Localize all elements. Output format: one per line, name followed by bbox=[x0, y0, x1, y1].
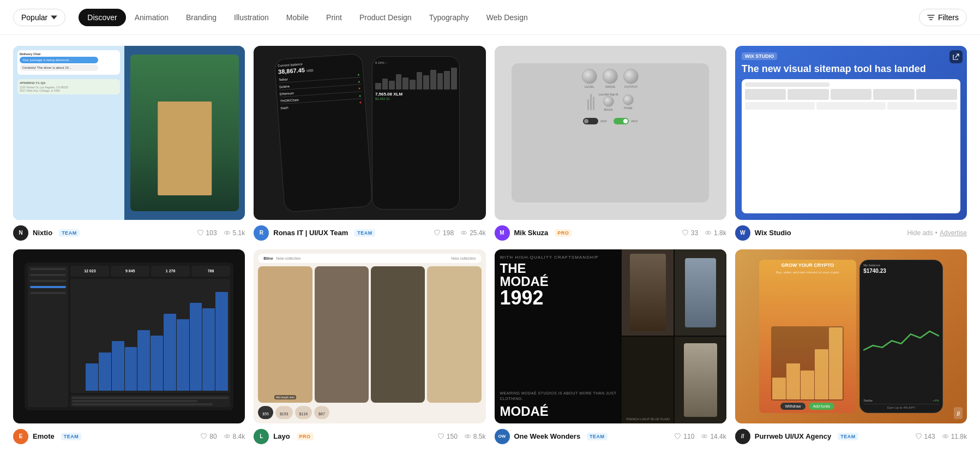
svg-point-9 bbox=[467, 436, 468, 438]
card-author-mik: M Mik Skuza PRO bbox=[495, 225, 572, 241]
card-meta-ronas: R Ronas IT | UI/UX Team TEAM 198 25.4k bbox=[254, 220, 485, 241]
eye-icon bbox=[464, 433, 471, 440]
badge-mik: PRO bbox=[555, 229, 572, 237]
likes-layo: 150 bbox=[437, 433, 458, 440]
card-meta-emote: E Emote TEAM 80 8.4k bbox=[13, 423, 245, 444]
svg-point-11 bbox=[704, 436, 706, 438]
views-nixtio: 5.1k bbox=[224, 229, 245, 237]
avatar-nixtio: N bbox=[13, 225, 28, 241]
likes-count-nixtio: 103 bbox=[206, 229, 217, 237]
card-author-owonders: OW One Week Wonders TEAM bbox=[495, 429, 608, 444]
tab-animation[interactable]: Animation bbox=[126, 9, 177, 26]
tab-branding[interactable]: Branding bbox=[177, 9, 225, 26]
filters-icon bbox=[927, 14, 935, 21]
heart-icon bbox=[437, 433, 444, 440]
card-stats-layo: 150 8.5k bbox=[437, 433, 486, 440]
views-emote: 8.4k bbox=[224, 433, 245, 440]
avatar-emote: E bbox=[13, 429, 28, 444]
author-name-wix: Wix Studio bbox=[755, 229, 791, 237]
knob-drive bbox=[603, 69, 618, 84]
card-thumb-mik[interactable]: LEVEL DRIVE OUTPUT bbox=[495, 46, 726, 220]
likes-nixtio: 103 bbox=[197, 229, 217, 237]
svg-point-4 bbox=[706, 231, 711, 234]
card-author-nixtio: N Nixtio TEAM bbox=[13, 225, 80, 241]
eye-icon bbox=[701, 433, 708, 440]
card-meta-nixtio: N Nixtio TEAM 103 5.1k bbox=[13, 220, 245, 241]
card-meta-layo: L Layo PRO 150 8.5k bbox=[254, 423, 485, 444]
views-count-purrweb: 11.8k bbox=[951, 433, 967, 440]
author-name-emote: Emote bbox=[33, 432, 55, 440]
heart-icon bbox=[674, 433, 681, 440]
tab-typography[interactable]: Typography bbox=[420, 9, 478, 26]
badge-nixtio: TEAM bbox=[59, 229, 80, 237]
filters-button[interactable]: Filters bbox=[919, 9, 967, 26]
views-count-ronas: 25.4k bbox=[470, 229, 485, 237]
author-name-nixtio: Nixtio bbox=[33, 229, 52, 237]
likes-count-owonders: 110 bbox=[683, 433, 694, 440]
badge-purrweb: TEAM bbox=[838, 433, 858, 440]
card-stats-owonders: 110 14.4k bbox=[674, 433, 726, 440]
svg-point-1 bbox=[226, 232, 228, 234]
card-meta-owonders: OW One Week Wonders TEAM 110 14.4k bbox=[495, 423, 726, 444]
card-meta-wix: W Wix Studio Hide ads • Advertise bbox=[735, 220, 967, 241]
badge-ronas: TEAM bbox=[354, 229, 375, 237]
card-grid: Delivery Chat Your package is being deli… bbox=[0, 35, 980, 455]
card-thumb-emote[interactable]: 12 023 9 845 1 276 788 bbox=[13, 249, 245, 423]
card-thumb-owonders[interactable]: WITH HIGH-QUALITY CRAFTSMANSHIP THEMODAÉ… bbox=[495, 249, 726, 423]
svg-point-5 bbox=[707, 232, 709, 234]
likes-purrweb: 143 bbox=[915, 433, 935, 440]
hide-ads-link[interactable]: Hide ads bbox=[907, 229, 933, 237]
svg-point-2 bbox=[461, 231, 467, 234]
likes-emote: 80 bbox=[200, 433, 217, 440]
views-count-nixtio: 5.1k bbox=[233, 229, 245, 237]
svg-point-7 bbox=[226, 436, 228, 438]
card-thumb-nixtio[interactable]: Delivery Chat Your package is being deli… bbox=[13, 46, 245, 220]
author-name-mik: Mik Skuza bbox=[514, 229, 549, 237]
views-count-layo: 8.5k bbox=[473, 433, 486, 440]
tab-mobile[interactable]: Mobile bbox=[278, 9, 317, 26]
eye-icon bbox=[705, 229, 712, 236]
views-ronas: 25.4k bbox=[460, 229, 485, 237]
badge-emote: TEAM bbox=[61, 433, 82, 440]
card-author-wix: W Wix Studio bbox=[735, 225, 791, 241]
card-thumb-ronas[interactable]: Current balance 38,867.45 USD Tether ▲ S… bbox=[254, 46, 485, 220]
likes-count-ronas: 198 bbox=[443, 229, 454, 237]
likes-count-emote: 80 bbox=[209, 433, 217, 440]
views-owonders: 14.4k bbox=[701, 433, 726, 440]
card-layo: Blnv New collection New collection Mid-l… bbox=[254, 249, 485, 444]
card-author-emote: E Emote TEAM bbox=[13, 429, 81, 444]
popular-dropdown[interactable]: Popular bbox=[13, 9, 65, 26]
badge-owonders: TEAM bbox=[587, 433, 608, 440]
views-count-emote: 8.4k bbox=[233, 433, 245, 440]
tab-illustration[interactable]: Illustration bbox=[225, 9, 278, 26]
author-name-owonders: One Week Wonders bbox=[514, 432, 581, 440]
likes-ronas: 198 bbox=[434, 229, 454, 237]
card-author-purrweb: // Purrweb UI/UX Agency TEAM bbox=[735, 429, 858, 444]
external-link-wix[interactable] bbox=[949, 50, 963, 63]
tab-print[interactable]: Print bbox=[317, 9, 351, 26]
views-purrweb: 11.8k bbox=[942, 433, 967, 440]
tab-discover[interactable]: Discover bbox=[79, 9, 125, 26]
author-name-ronas: Ronas IT | UI/UX Team bbox=[273, 229, 348, 237]
card-thumb-purrweb[interactable]: GROW YOUR CRYPTO Buy, stake, and earn in… bbox=[735, 249, 967, 423]
author-name-layo: Layo bbox=[273, 432, 290, 440]
svg-point-0 bbox=[224, 231, 230, 234]
likes-mik: 33 bbox=[682, 229, 698, 237]
heart-icon bbox=[915, 433, 922, 440]
svg-point-10 bbox=[702, 435, 707, 438]
avatar-ronas: R bbox=[254, 225, 269, 241]
card-thumb-layo[interactable]: Blnv New collection New collection Mid-l… bbox=[254, 249, 485, 423]
avatar-mik: M bbox=[495, 225, 510, 241]
card-emote: 12 023 9 845 1 276 788 bbox=[13, 249, 245, 444]
knob-level bbox=[582, 69, 597, 84]
tab-web-design[interactable]: Web Design bbox=[478, 9, 537, 26]
advertise-link[interactable]: Advertise bbox=[940, 229, 967, 237]
card-thumb-wix[interactable]: WIX STUDIO The new visual sitemap tool h… bbox=[735, 46, 967, 220]
card-author-ronas: R Ronas IT | UI/UX Team TEAM bbox=[254, 225, 375, 241]
eye-icon bbox=[224, 433, 231, 440]
eye-icon bbox=[224, 229, 231, 236]
views-count-mik: 1.8k bbox=[714, 229, 726, 237]
card-ronas: Current balance 38,867.45 USD Tether ▲ S… bbox=[254, 46, 485, 241]
tab-product-design[interactable]: Product Design bbox=[351, 9, 420, 26]
card-stats-ronas: 198 25.4k bbox=[434, 229, 485, 237]
